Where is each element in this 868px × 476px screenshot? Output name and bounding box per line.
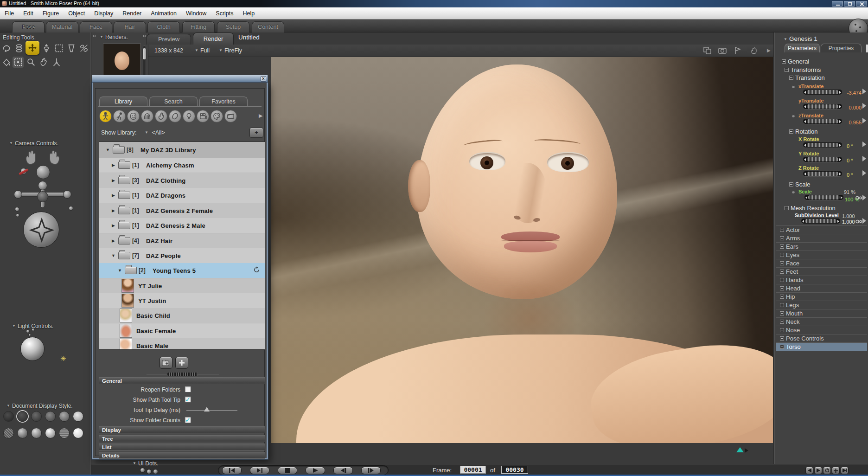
area-render-icon[interactable] (734, 46, 743, 55)
category-poses-icon[interactable] (113, 110, 126, 122)
palette-title-bar[interactable]: × (92, 75, 268, 83)
light-dot-2[interactable] (32, 328, 35, 331)
step-forward-button[interactable] (361, 467, 381, 474)
light-controls-cluster[interactable]: ✳ (19, 329, 79, 368)
tab-render[interactable]: Render (193, 32, 234, 45)
expand-box-icon[interactable] (780, 286, 784, 290)
color-tool-icon[interactable] (1, 57, 12, 68)
category-props-icon[interactable] (169, 110, 181, 122)
edit-keyframes-button[interactable] (823, 467, 831, 474)
group-head[interactable]: Head (776, 284, 867, 292)
tab-favorites[interactable]: Favorites (199, 96, 248, 106)
group-ears[interactable]: Ears (776, 242, 867, 251)
display-style-smooth-lined[interactable] (45, 428, 56, 438)
expand-icon[interactable]: ▶ (110, 178, 116, 183)
keyframe-dot[interactable] (792, 85, 795, 88)
rotate-tool-icon[interactable] (1, 43, 12, 54)
expand-icon[interactable]: ▶ (110, 193, 116, 198)
tree-row[interactable]: ▶ [1] DAZ Genesis 2 Male (99, 218, 265, 233)
dial-options-arrow[interactable] (862, 118, 866, 123)
menu-scripts[interactable]: Scripts (211, 10, 238, 17)
tree-row[interactable]: ▶ [1] DAZ Genesis 2 Female (99, 203, 265, 218)
header-translation[interactable]: Translation (795, 74, 825, 81)
camera-bar-top-ball[interactable] (38, 181, 47, 190)
group-hands[interactable]: Hands (776, 276, 867, 284)
minimize-button[interactable] (832, 1, 843, 6)
camera-bar-right-ball[interactable] (63, 190, 71, 199)
display-style-texture-shaded[interactable] (59, 428, 70, 438)
expand-box-icon[interactable] (780, 295, 784, 299)
delete-keyframe-button[interactable] (841, 467, 849, 474)
collapse-box-icon[interactable] (789, 76, 793, 80)
tooltip-delay-slider-thumb[interactable] (204, 407, 210, 412)
menu-help[interactable]: Help (238, 10, 260, 17)
tree-row[interactable]: ▶ [1] Alchemy Chasm (99, 158, 265, 173)
category-hair-icon[interactable] (141, 110, 153, 122)
sun-icon[interactable]: ✳ (60, 354, 66, 363)
expand-icon[interactable]: ▶ (110, 208, 116, 213)
total-frames-field[interactable]: 00030 (501, 466, 528, 474)
display-style-wireframe[interactable] (31, 411, 42, 422)
ui-dot-2[interactable] (147, 469, 152, 474)
prev-keyframe-button[interactable] (805, 467, 813, 474)
xtranslate-dial[interactable] (803, 90, 842, 95)
category-scene-icon[interactable] (224, 110, 237, 122)
display-style-silhouette[interactable] (3, 411, 14, 422)
room-tab-fitting[interactable]: Fitting (182, 21, 215, 32)
scale-dial[interactable] (804, 195, 843, 200)
figure-name[interactable]: Genesis 1 (789, 35, 817, 42)
camera-bar-center-puck[interactable] (37, 191, 48, 202)
toolbar-overflow-arrow[interactable]: ▶ (767, 48, 771, 53)
display-style-cartoon[interactable] (17, 428, 28, 438)
xrotate-dial[interactable] (803, 142, 842, 148)
tree-row-item[interactable]: YT Justin (99, 293, 265, 308)
render-progress-arrow[interactable] (745, 448, 748, 453)
ytranslate-value[interactable]: 0.000 (842, 105, 862, 110)
header-mesh-resolution[interactable]: Mesh Resolution (791, 205, 836, 212)
menu-animation[interactable]: Animation (146, 10, 181, 17)
dial-options-arrow[interactable] (862, 103, 866, 109)
expand-box-icon[interactable] (780, 236, 784, 240)
camera-right-hand-icon[interactable] (44, 149, 62, 165)
taper-tool-icon[interactable] (66, 43, 77, 54)
expand-box-icon[interactable] (780, 336, 784, 341)
add-item-button[interactable] (175, 357, 188, 369)
camera-small-ball-3[interactable] (69, 206, 73, 211)
group-eyes[interactable]: Eyes (776, 251, 867, 259)
room-tab-cloth[interactable]: Cloth (147, 21, 180, 32)
light-dot-3[interactable] (28, 334, 31, 336)
light-trackball[interactable] (20, 337, 45, 361)
direct-manipulation-tool-icon[interactable] (51, 57, 62, 68)
group-hip[interactable]: Hip (776, 292, 867, 301)
twist-tool-icon[interactable] (13, 43, 25, 54)
group-neck[interactable]: Neck (776, 317, 867, 326)
tab-search[interactable]: Search (149, 96, 198, 106)
display-style-lit-wireframe[interactable] (59, 411, 70, 422)
camera-bar-left-ball[interactable] (14, 190, 22, 199)
expand-box-icon[interactable] (780, 228, 784, 232)
tab-properties[interactable]: Properties (821, 44, 862, 52)
tree-row-item[interactable]: Basic Male (99, 338, 265, 350)
renderer-dropdown[interactable]: ▼FireFly (219, 47, 242, 54)
menu-edit[interactable]: Edit (19, 10, 38, 17)
ztranslate-dial[interactable] (803, 119, 842, 124)
dial-options-arrow[interactable] (862, 170, 866, 176)
palette-close-icon[interactable]: × (261, 76, 266, 82)
collapse-box-icon[interactable] (785, 68, 789, 72)
grouping-tool-icon[interactable] (13, 57, 24, 68)
panel-gadget-left[interactable] (93, 35, 96, 37)
maximize-button[interactable] (844, 1, 855, 6)
panel-gadget-right[interactable] (143, 35, 146, 37)
group-legs[interactable]: Legs (776, 301, 867, 309)
next-keyframe-button[interactable] (814, 467, 822, 474)
ztranslate-value[interactable]: 0.955 (842, 120, 862, 125)
collapse-icon[interactable]: ▼ (105, 148, 111, 152)
tree-row-item[interactable]: YT Julie (99, 278, 265, 293)
section-display[interactable]: Display (99, 426, 265, 433)
translate-in-out-tool-icon[interactable] (41, 43, 52, 54)
room-tab-material[interactable]: Material (46, 21, 78, 32)
render-size-dropdown[interactable]: ▼Full (195, 47, 210, 54)
subdivision-value[interactable]: 1.000 (842, 219, 855, 225)
tree-row-item[interactable]: Basic Child (99, 308, 265, 323)
menu-window[interactable]: Window (181, 10, 211, 17)
